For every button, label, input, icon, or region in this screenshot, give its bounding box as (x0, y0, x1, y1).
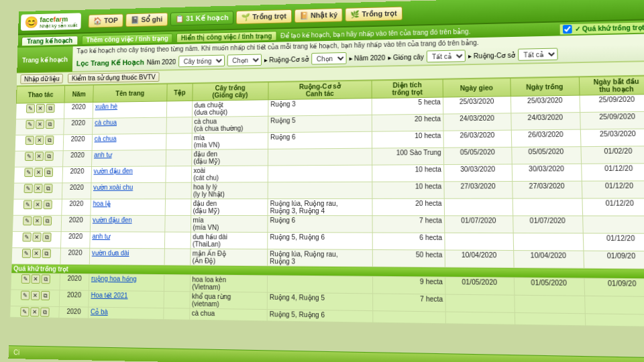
filter-ruong2: ▸ Ruộng-Cơ sở (468, 51, 515, 59)
filter-chon2[interactable]: Chọn (311, 52, 346, 65)
delete-icon[interactable]: ✕ (32, 249, 40, 258)
cell-ruong: Ruộng 3 (268, 99, 372, 117)
cell-ruong: Ruộng 5, Ruộng 6 (268, 233, 373, 250)
cell-nam: 2020 (59, 306, 89, 318)
delete-icon[interactable]: ✕ (34, 152, 43, 160)
qua-khu-checkbox[interactable]: ✓ Quá khứ trồng trọt (559, 21, 644, 35)
copy-icon[interactable]: ⧉ (44, 152, 53, 161)
cell-ngay-gieo (445, 294, 515, 312)
nhat-ky-btn[interactable]: 📔 Nhật ký (294, 7, 343, 22)
delete-icon[interactable]: ✕ (33, 200, 42, 210)
th-nam: Năm (64, 85, 93, 103)
cell-dien-tich: 20 hecta (372, 114, 443, 131)
cell-tep (166, 133, 192, 150)
trang-link[interactable]: ruộng hoa hồng (91, 275, 137, 283)
edit-icon[interactable]: ✎ (23, 200, 32, 210)
cell-ruong: Ruộng 6 (268, 216, 373, 233)
cell-tep (164, 249, 190, 265)
cell-nam: 2020 (61, 215, 90, 231)
cell-tep (165, 215, 191, 232)
copy-icon[interactable]: ⧉ (41, 274, 50, 284)
copy-icon[interactable]: ⧉ (44, 168, 52, 177)
top-btn[interactable]: 🏠 TOP (89, 13, 123, 27)
delete-icon[interactable]: ✕ (34, 168, 43, 177)
delete-icon[interactable]: ✕ (35, 136, 44, 145)
delete-icon[interactable]: ✕ (34, 184, 42, 193)
trang-link[interactable]: xuân hè (95, 103, 118, 110)
trang-link[interactable]: Cỏ bà (91, 308, 108, 316)
edit-icon[interactable]: ✎ (25, 152, 34, 161)
cell-ngay-trong (513, 233, 584, 251)
copy-icon[interactable]: ⧉ (44, 184, 52, 193)
trang-link[interactable]: vườn đậu đen (93, 168, 133, 175)
copy-icon[interactable]: ⧉ (42, 233, 51, 242)
copy-icon[interactable]: ⧉ (40, 291, 49, 300)
trang-link[interactable]: vườn dưa dài (92, 249, 129, 257)
copy-icon[interactable]: ⧉ (40, 308, 50, 317)
cell-dien-tich (373, 311, 445, 324)
delete-icon[interactable]: ✕ (32, 233, 41, 242)
copy-icon[interactable]: ⧉ (46, 104, 54, 113)
hien-thi-btn[interactable]: Hiển thị công việc / tình trạng (176, 31, 276, 43)
edit-icon[interactable]: ✎ (23, 184, 32, 193)
cell-ngay-gieo: 10/04/2020 (445, 250, 514, 268)
cell-dien-tich: 20 hecta (372, 198, 444, 215)
trang-link[interactable]: vườn xoài chu (93, 184, 133, 191)
trang-link[interactable]: cà chua (95, 119, 117, 126)
kiem-tra-btn[interactable]: Kiểm tra sử dụng thuốc BVTV (68, 72, 159, 83)
cell-ten-trang: anh tư (90, 232, 165, 249)
qua-khu-input[interactable] (563, 25, 572, 34)
copy-icon[interactable]: ⧉ (43, 217, 52, 226)
edit-icon[interactable]: ✎ (25, 120, 34, 129)
ke-hoach-tab[interactable]: Trang kế hoạch (21, 36, 78, 46)
delete-icon[interactable]: ✕ (36, 120, 44, 129)
trong-trot-btn[interactable]: 🌱 Trồng trọt (236, 9, 292, 23)
edit-icon[interactable]: ✎ (21, 249, 30, 258)
ke-hoach-info: Để tạo kế hoạch, bạn hãy nhấp vào tên củ… (280, 27, 470, 39)
trong-trot2-btn[interactable]: 🌿 Trồng trọt (345, 6, 402, 21)
th-tep: Tệp (167, 83, 193, 101)
edit-icon[interactable]: ✎ (25, 136, 34, 145)
trang-link[interactable]: hoa lệ (93, 200, 110, 207)
delete-icon[interactable]: ✕ (31, 291, 40, 300)
filter-cay-trong[interactable]: Cây trồng (178, 55, 225, 68)
add-cong-viec-btn[interactable]: Thêm công việc / tình trạng (82, 33, 173, 44)
trang-link[interactable]: vườn đậu đen (93, 217, 132, 224)
delete-icon[interactable]: ✕ (30, 307, 39, 316)
edit-icon[interactable]: ✎ (22, 233, 31, 242)
trang-link[interactable]: anh tư (94, 152, 112, 159)
cell-thao-tac: ✎✕⧉ (11, 248, 61, 265)
edit-icon[interactable]: ✎ (21, 291, 30, 300)
filter-chon1[interactable]: Chọn (227, 54, 262, 66)
edit-icon[interactable]: ✎ (26, 104, 35, 113)
copy-icon[interactable]: ⧉ (43, 200, 52, 210)
edit-icon[interactable]: ✎ (23, 217, 32, 226)
th-ngay-gieo: Ngày gieo (443, 78, 511, 98)
edit-icon[interactable]: ✎ (20, 307, 29, 316)
cell-ngay-gieo: 01/07/2020 (444, 216, 513, 233)
copy-icon[interactable]: ⧉ (42, 249, 50, 258)
cell-cay-trong: dưa hầu dài (ThaiLan) (191, 232, 268, 249)
trang-ke-hoach-label: Trang kế hoạch (17, 46, 73, 72)
ke-hoach-btn[interactable]: 📋 31 Kế hoạch (170, 11, 233, 25)
trang-link[interactable]: anh tư (92, 233, 110, 240)
copy-icon[interactable]: ⧉ (45, 135, 54, 144)
edit-icon[interactable]: ✎ (21, 274, 30, 284)
cell-thao-tac: ✎✕⧉ (14, 167, 63, 183)
nhap-du-lieu-btn[interactable]: Nhập dữ liệu (20, 74, 63, 84)
edit-icon[interactable]: ✎ (24, 168, 33, 176)
trang-link[interactable]: cà chua (95, 135, 117, 142)
delete-icon[interactable]: ✕ (31, 274, 40, 284)
delete-icon[interactable]: ✕ (36, 104, 44, 113)
so-ghi-btn[interactable]: 📓 Sổ ghi (125, 12, 168, 26)
delete-icon[interactable]: ✕ (33, 217, 42, 226)
filter-tat-ca1[interactable]: Tất cả (427, 50, 466, 62)
trang-link[interactable]: Hoa tết 2021 (91, 292, 127, 300)
filter-tat-ca2[interactable]: Tất cả (518, 48, 558, 61)
filter-nam-label: Năm 2020 (147, 58, 176, 65)
cell-nam: 2020 (62, 167, 91, 183)
copy-icon[interactable]: ⧉ (45, 120, 54, 129)
cell-ruong: Ruộng lúa, Ruộng rau, Ruộng 3 (268, 249, 373, 267)
cell-tep (167, 101, 193, 117)
logo-icon: 😊 (24, 15, 38, 29)
